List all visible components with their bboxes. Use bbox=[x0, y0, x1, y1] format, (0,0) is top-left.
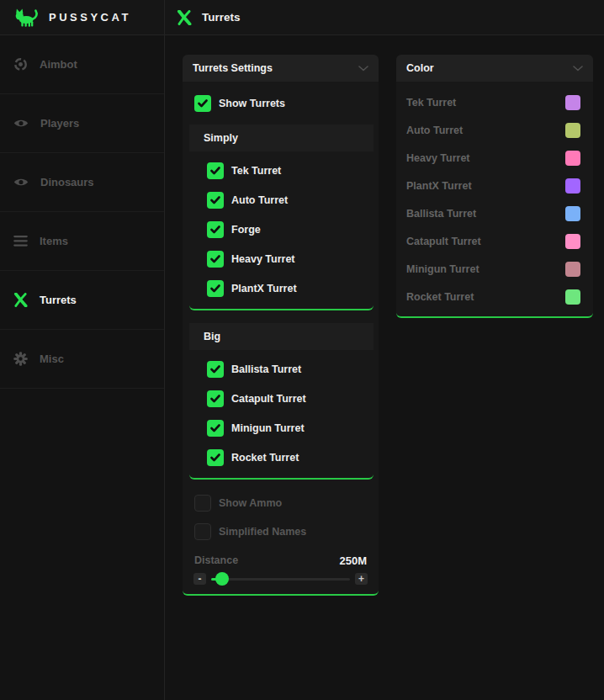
sidebar-item-label: Items bbox=[40, 235, 68, 247]
eye-icon bbox=[13, 177, 29, 188]
group-simply: Simply Tek Turret Auto Turret Forge bbox=[189, 125, 374, 310]
panel-title: Color bbox=[406, 62, 434, 74]
distance-slider-row: - + bbox=[193, 572, 368, 586]
color-row: Heavy Turret bbox=[396, 144, 593, 172]
check-label: PlantX Turret bbox=[231, 283, 297, 294]
checkbox-plantx-turret[interactable] bbox=[207, 280, 224, 297]
checkbox-show-ammo[interactable] bbox=[194, 495, 211, 512]
group-rows: Tek Turret Auto Turret Forge Heavy Turre… bbox=[189, 161, 374, 299]
check-label: Ballista Turret bbox=[231, 363, 301, 375]
color-row-label: Auto Turret bbox=[406, 125, 463, 136]
check-label: Heavy Turret bbox=[231, 253, 295, 265]
turret-icon bbox=[177, 10, 192, 25]
slider-track[interactable] bbox=[211, 578, 350, 581]
group-header: Simply bbox=[189, 125, 374, 151]
app-root: PUSSYCAT Turrets Aimbot Players Dinosaur… bbox=[0, 0, 604, 700]
check-label: Auto Turret bbox=[231, 194, 288, 206]
sidebar-item-label: Misc bbox=[40, 353, 64, 365]
group-title: Big bbox=[204, 331, 220, 342]
color-row-label: PlantX Turret bbox=[406, 180, 472, 192]
sidebar-item-label: Players bbox=[40, 117, 79, 130]
color-row: PlantX Turret bbox=[396, 172, 593, 199]
brand: PUSSYCAT bbox=[0, 0, 165, 34]
color-row: Minigun Turret bbox=[396, 255, 593, 283]
app-header: PUSSYCAT Turrets bbox=[0, 0, 604, 35]
checkbox-catapult-turret[interactable] bbox=[207, 390, 224, 407]
checkbox-auto-turret[interactable] bbox=[207, 192, 224, 209]
checkbox-show-turrets[interactable] bbox=[194, 95, 211, 112]
color-rows: Tek Turret Auto Turret Heavy Turret Plan… bbox=[396, 82, 593, 310]
cat-logo-icon bbox=[14, 8, 40, 27]
color-row-label: Ballista Turret bbox=[406, 208, 476, 220]
check-label: Forge bbox=[231, 224, 261, 236]
slider-plus-button[interactable]: + bbox=[355, 573, 368, 585]
check-row: PlantX Turret bbox=[207, 278, 374, 299]
color-swatch-catapult-turret[interactable] bbox=[565, 234, 580, 249]
sidebar-item-players[interactable]: Players bbox=[0, 94, 164, 153]
color-swatch-ballista-turret[interactable] bbox=[565, 206, 580, 221]
chevron-down-icon[interactable] bbox=[358, 66, 368, 72]
check-row: Catapult Turret bbox=[207, 389, 374, 409]
check-row: Auto Turret bbox=[207, 190, 374, 210]
checkbox-simplified-names[interactable] bbox=[194, 523, 211, 540]
sidebar-item-turrets[interactable]: Turrets bbox=[0, 271, 164, 330]
color-row: Catapult Turret bbox=[396, 227, 593, 255]
checkbox-heavy-turret[interactable] bbox=[207, 251, 224, 268]
aimbot-target-icon bbox=[13, 57, 28, 72]
check-row: Heavy Turret bbox=[207, 249, 374, 269]
group-rows: Ballista Turret Catapult Turret Minigun … bbox=[189, 359, 374, 468]
check-label: Catapult Turret bbox=[231, 393, 306, 405]
distance-slider[interactable] bbox=[211, 572, 350, 586]
color-row-label: Heavy Turret bbox=[406, 152, 470, 164]
gear-icon bbox=[13, 352, 28, 366]
color-swatch-heavy-turret[interactable] bbox=[565, 151, 580, 166]
color-row-label: Rocket Turret bbox=[406, 291, 474, 303]
panel-title: Turrets Settings bbox=[193, 62, 273, 74]
settings-groups: Simply Tek Turret Auto Turret Forge bbox=[183, 125, 379, 480]
show-turrets-label: Show Turrets bbox=[219, 98, 285, 109]
brand-name: PUSSYCAT bbox=[49, 11, 131, 24]
checkbox-forge[interactable] bbox=[207, 221, 224, 238]
sidebar-item-aimbot[interactable]: Aimbot bbox=[0, 35, 164, 94]
color-row: Tek Turret bbox=[396, 88, 593, 116]
check-row: Show Ammo bbox=[194, 493, 379, 513]
slider-thumb[interactable] bbox=[215, 572, 229, 586]
checkbox-minigun-turret[interactable] bbox=[207, 420, 224, 437]
checkbox-ballista-turret[interactable] bbox=[207, 361, 224, 378]
checkbox-tek-turret[interactable] bbox=[207, 162, 224, 179]
check-row: Tek Turret bbox=[207, 161, 374, 181]
sidebar-item-label: Aimbot bbox=[40, 58, 77, 71]
color-swatch-minigun-turret[interactable] bbox=[565, 262, 580, 277]
turrets-settings-panel-header[interactable]: Turrets Settings bbox=[183, 55, 379, 82]
color-row: Auto Turret bbox=[396, 116, 593, 144]
page-title: Turrets bbox=[202, 11, 241, 24]
color-row: Ballista Turret bbox=[396, 199, 593, 227]
sidebar-item-label: Dinosaurs bbox=[40, 176, 94, 188]
color-row: Rocket Turret bbox=[396, 283, 593, 310]
check-label: Simplified Names bbox=[219, 526, 306, 538]
show-turrets-row: Show Turrets bbox=[194, 93, 379, 114]
group-title: Simply bbox=[204, 132, 238, 144]
color-row-label: Catapult Turret bbox=[406, 236, 481, 247]
turrets-settings-panel: Turrets Settings Show Turrets Simply bbox=[183, 55, 379, 596]
color-swatch-plantx-turret[interactable] bbox=[565, 178, 580, 194]
color-swatch-tek-turret[interactable] bbox=[565, 95, 580, 110]
color-panel: Color Tek Turret Auto Turret Heavy Turre… bbox=[396, 55, 593, 318]
list-icon bbox=[13, 236, 28, 247]
chevron-down-icon[interactable] bbox=[573, 66, 583, 72]
checkbox-rocket-turret[interactable] bbox=[207, 449, 224, 466]
color-panel-header[interactable]: Color bbox=[396, 55, 593, 82]
sidebar-item-items[interactable]: Items bbox=[0, 212, 164, 271]
turret-icon bbox=[13, 293, 28, 307]
settings-toggles: Show Ammo Simplified Names bbox=[183, 493, 379, 542]
sidebar-item-dinosaurs[interactable]: Dinosaurs bbox=[0, 153, 164, 212]
check-label: Minigun Turret bbox=[231, 422, 305, 434]
distance-row: Distance 250M bbox=[194, 554, 367, 567]
color-swatch-rocket-turret[interactable] bbox=[565, 289, 580, 305]
slider-minus-button[interactable]: - bbox=[193, 573, 206, 585]
sidebar-item-misc[interactable]: Misc bbox=[0, 330, 164, 389]
check-label: Tek Turret bbox=[231, 165, 281, 177]
group-big: Big Ballista Turret Catapult Turret Mini… bbox=[189, 323, 374, 480]
color-row-label: Minigun Turret bbox=[406, 263, 479, 275]
color-swatch-auto-turret[interactable] bbox=[565, 123, 580, 138]
